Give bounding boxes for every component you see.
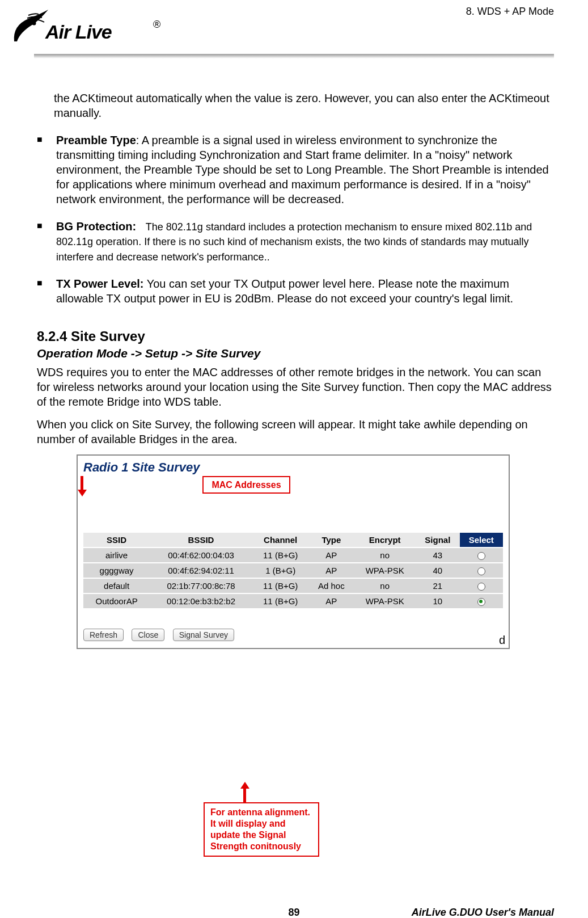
table-row: ggggway00:4f:62:94:02:111 (B+G)APWPA-PSK…	[83, 563, 503, 578]
registered-mark: ®	[153, 19, 160, 31]
cell-ssid: airlive	[83, 548, 150, 563]
cell-select	[460, 563, 503, 578]
brand-logo: Air Live ®	[11, 9, 159, 48]
col-channel: Channel	[252, 533, 309, 548]
survey-inner: SSID BSSID Channel Type Encrypt Signal S…	[78, 496, 509, 648]
cell-ssid: ggggway	[83, 563, 150, 578]
select-radio[interactable]	[477, 598, 485, 606]
cell-encrypt: WPA-PSK	[354, 593, 416, 609]
signal-survey-button[interactable]: Signal Survey	[173, 629, 234, 641]
page: 8. WDS + AP Mode Air Live ® the ACKtimeo…	[0, 0, 588, 918]
col-signal: Signal	[416, 533, 459, 548]
page-number: 89	[288, 907, 299, 918]
cell-select	[460, 578, 503, 593]
col-encrypt: Encrypt	[354, 533, 416, 548]
chapter-label: 8. WDS + AP Mode	[466, 6, 554, 18]
content-area: the ACKtimeout automatically when the va…	[37, 79, 557, 649]
cell-signal: 43	[416, 548, 459, 563]
bullet-bg-protection: BG Protection: The 802.11g standard incl…	[37, 219, 557, 264]
callout-mac-addresses: MAC Addresses	[202, 476, 290, 494]
cell-channel: 1 (B+G)	[252, 563, 309, 578]
cell-encrypt: no	[354, 548, 416, 563]
breadcrumb: Operation Mode -> Setup -> Site Survey	[37, 347, 557, 360]
cell-encrypt: no	[354, 578, 416, 593]
cell-type: Ad hoc	[308, 578, 354, 593]
tx-label: TX Power Level:	[56, 277, 144, 290]
cell-channel: 11 (B+G)	[252, 578, 309, 593]
section-p1: WDS requires you to enter the MAC addres…	[37, 365, 557, 409]
select-radio[interactable]	[477, 567, 485, 575]
cell-encrypt: WPA-PSK	[354, 563, 416, 578]
col-ssid: SSID	[83, 533, 150, 548]
survey-title: Radio 1 Site Survey	[78, 456, 509, 476]
close-button[interactable]: Close	[132, 629, 164, 641]
cell-type: AP	[308, 548, 354, 563]
cell-bssid: 00:4f:62:94:02:11	[150, 563, 252, 578]
intro-paragraph: the ACKtimeout automatically when the va…	[54, 91, 557, 120]
cell-bssid: 02:1b:77:00:8c:78	[150, 578, 252, 593]
select-radio[interactable]	[477, 583, 485, 591]
cell-signal: 40	[416, 563, 459, 578]
survey-table: SSID BSSID Channel Type Encrypt Signal S…	[83, 533, 503, 609]
cell-ssid: OutdoorAP	[83, 593, 150, 609]
callout-antenna: For antenna alignment. It will display a…	[204, 802, 319, 857]
cell-channel: 11 (B+G)	[252, 593, 309, 609]
arrow-down-icon	[78, 476, 509, 496]
stray-d-char: d	[499, 634, 505, 647]
table-row: airlive00:4f:62:00:04:0311 (B+G)APno43	[83, 548, 503, 563]
cell-type: AP	[308, 593, 354, 609]
bullet-list: Preamble Type: A preamble is a signal us…	[37, 133, 557, 306]
col-select: Select	[460, 533, 503, 548]
cell-bssid: 00:4f:62:00:04:03	[150, 548, 252, 563]
header-divider	[34, 54, 554, 58]
callout-antenna-wrap: For antenna alignment. It will display a…	[204, 802, 319, 857]
logo-text: Air Live	[45, 21, 112, 43]
section-p2: When you click on Site Survey, the follo…	[37, 417, 557, 447]
cell-ssid: default	[83, 578, 150, 593]
cell-select	[460, 548, 503, 563]
cell-select	[460, 593, 503, 609]
bullet-tx-power: TX Power Level: You can set your TX Outp…	[37, 276, 557, 306]
section-title: 8.2.4 Site Survey	[37, 329, 557, 344]
preamble-label: Preamble Type	[56, 134, 136, 146]
col-type: Type	[308, 533, 354, 548]
cell-channel: 11 (B+G)	[252, 548, 309, 563]
cell-type: AP	[308, 563, 354, 578]
button-row: Refresh Close Signal Survey	[83, 628, 503, 642]
site-survey-window: Radio 1 Site Survey MAC Addresses SSID B…	[77, 454, 510, 649]
svg-point-0	[32, 22, 36, 26]
select-radio[interactable]	[477, 552, 485, 560]
refresh-button[interactable]: Refresh	[83, 629, 124, 641]
col-bssid: BSSID	[150, 533, 252, 548]
cell-bssid: 00:12:0e:b3:b2:b2	[150, 593, 252, 609]
table-header-row: SSID BSSID Channel Type Encrypt Signal S…	[83, 533, 503, 548]
footer-manual-title: AirLive G.DUO User's Manual	[412, 907, 554, 918]
table-row: default02:1b:77:00:8c:7811 (B+G)Ad hocno…	[83, 578, 503, 593]
bg-label: BG Protection:	[56, 220, 136, 233]
bullet-preamble: Preamble Type: A preamble is a signal us…	[37, 133, 557, 207]
table-row: OutdoorAP00:12:0e:b3:b2:b211 (B+G)APWPA-…	[83, 593, 503, 609]
cell-signal: 21	[416, 578, 459, 593]
arrow-up-icon	[240, 782, 249, 802]
cell-signal: 10	[416, 593, 459, 609]
